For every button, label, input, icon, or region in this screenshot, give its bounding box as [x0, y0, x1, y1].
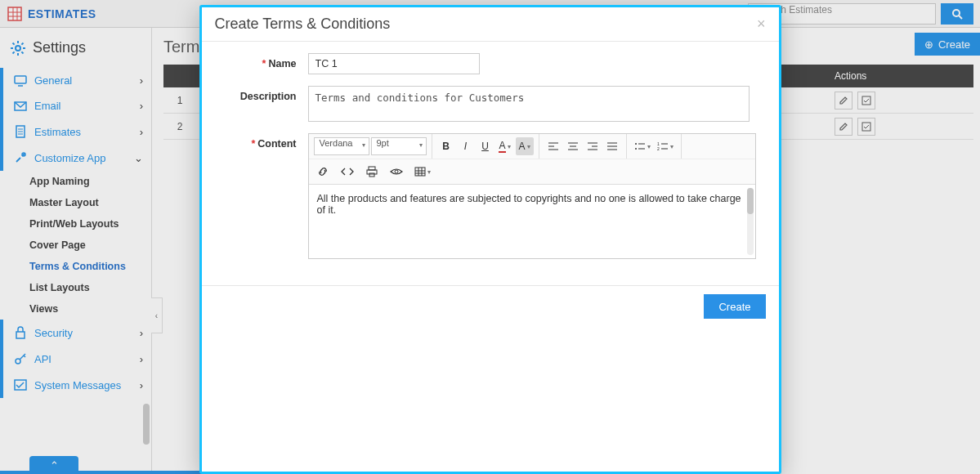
svg-rect-51	[369, 167, 375, 170]
table-button[interactable]: ▾	[412, 163, 433, 181]
align-center-button[interactable]	[564, 137, 582, 155]
link-button[interactable]	[314, 163, 332, 181]
code-button[interactable]	[338, 163, 356, 181]
underline-button[interactable]: U	[477, 137, 494, 155]
numbered-list-button[interactable]: 12▾	[655, 137, 676, 155]
svg-rect-55	[415, 168, 425, 176]
editor-content[interactable]: All the products and features are subjec…	[309, 185, 755, 258]
preview-button[interactable]	[387, 163, 405, 181]
bullet-list-button[interactable]: ▾	[632, 137, 653, 155]
name-label: Name	[268, 58, 296, 69]
font-family-select[interactable]: Verdana▾	[314, 137, 369, 155]
create-terms-modal: Create Terms & Conditions × *Name Descri…	[199, 5, 781, 474]
align-left-button[interactable]	[544, 137, 562, 155]
modal-title: Create Terms & Conditions	[215, 16, 391, 33]
font-size-select[interactable]: 9pt▾	[371, 137, 427, 155]
content-label: Content	[257, 138, 296, 150]
align-right-button[interactable]	[584, 137, 602, 155]
create-submit-button[interactable]: Create	[704, 294, 765, 319]
editor-scrollbar[interactable]	[747, 188, 754, 255]
close-icon[interactable]: ×	[757, 16, 766, 33]
bold-button[interactable]: B	[437, 137, 455, 155]
align-justify-button[interactable]	[603, 137, 621, 155]
text-color-button[interactable]: A▾	[496, 137, 514, 155]
name-input[interactable]	[308, 53, 480, 74]
description-label: Description	[240, 91, 297, 102]
rich-text-editor: Verdana▾ 9pt▾ B I U A▾ A▾	[308, 133, 756, 259]
print-button[interactable]	[363, 163, 381, 181]
description-textarea[interactable]: Terms and conditions for Customers	[308, 86, 750, 122]
modal-overlay: Create Terms & Conditions × *Name Descri…	[0, 0, 980, 474]
highlight-color-button[interactable]: A▾	[516, 137, 534, 155]
svg-text:2: 2	[657, 146, 660, 151]
svg-point-43	[635, 143, 637, 145]
svg-point-54	[395, 170, 398, 173]
italic-button[interactable]: I	[457, 137, 475, 155]
svg-point-44	[635, 148, 637, 150]
